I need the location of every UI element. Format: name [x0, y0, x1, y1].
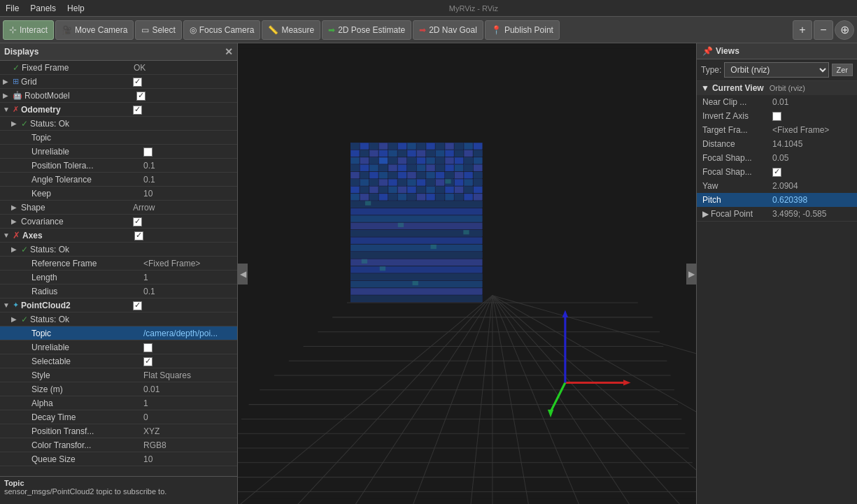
pc2-selectable-row[interactable]: Selectable [0, 354, 237, 368]
pc2-color-transform-row[interactable]: Color Transfor... RGB8 [0, 438, 237, 452]
fixed-frame-row[interactable]: ✓ Fixed Frame OK [0, 61, 237, 75]
svg-rect-132 [398, 194, 406, 200]
pc2-status-row[interactable]: ▶ ✓ Status: Ok [0, 312, 237, 326]
robotmodel-row[interactable]: ▶ 🤖 RobotModel [0, 89, 237, 103]
invert-z-checkbox[interactable] [772, 111, 851, 121]
svg-rect-76 [398, 165, 406, 171]
zoom-target-button[interactable]: ⊕ [835, 20, 854, 40]
focal-shape2-checkbox[interactable] [772, 167, 851, 177]
menu-help[interactable]: Help [67, 3, 85, 13]
odo-keep-row[interactable]: Keep 10 [0, 187, 237, 201]
grid-checkbox[interactable] [133, 76, 234, 86]
viewport[interactable]: ◀ ▶ [238, 43, 696, 504]
odometry-checkbox[interactable] [133, 104, 234, 114]
svg-rect-137 [445, 194, 453, 200]
2d-nav-button[interactable]: ➡ 2D Nav Goal [413, 20, 483, 40]
pc2-unreliable-checkbox[interactable] [143, 342, 234, 352]
interact-button[interactable]: ⊹ Interact [3, 20, 54, 40]
pointcloud2-row[interactable]: ▼ ✦ PointCloud2 [0, 298, 237, 312]
svg-rect-74 [379, 165, 388, 171]
measure-button[interactable]: 📏 Measure [262, 20, 320, 40]
axes-length-label: Length [31, 273, 143, 282]
focal-shape1-row[interactable]: Focal Shap... 0.05 [697, 151, 857, 165]
axes-error-icon: ✗ [13, 230, 20, 240]
svg-rect-31 [369, 143, 378, 149]
odo-unreliable-checkbox[interactable] [143, 146, 234, 156]
svg-rect-122 [436, 187, 444, 193]
measure-label: Measure [281, 25, 314, 35]
svg-rect-73 [369, 165, 378, 171]
distance-row[interactable]: Distance 14.1045 [697, 137, 857, 151]
odometry-status-row[interactable]: ▶ ✓ Status: Ok [0, 117, 237, 131]
svg-rect-42 [474, 143, 482, 149]
menu-panels[interactable]: Panels [30, 3, 56, 13]
svg-rect-135 [426, 194, 434, 200]
grid-row[interactable]: ▶ ⊞ Grid [0, 75, 237, 89]
axes-radius-row[interactable]: Radius 0.1 [0, 285, 237, 298]
interact-icon: ⊹ [9, 24, 17, 35]
pc2-topic-value: /camera/depth/poi... [143, 329, 234, 338]
expand-icon: ▶ [11, 315, 20, 323]
pc2-style-value: Flat Squares [143, 370, 234, 380]
zoom-minus-button[interactable]: − [814, 20, 833, 40]
pc2-queue-size-row[interactable]: Queue Size 10 [0, 452, 237, 466]
move-camera-button[interactable]: 🎥 Move Camera [55, 20, 134, 40]
left-collapse-arrow[interactable]: ◀ [238, 264, 248, 285]
right-collapse-arrow[interactable]: ▶ [686, 264, 696, 285]
pc2-topic-row[interactable]: Topic /camera/depth/poi... [0, 326, 237, 340]
svg-rect-143 [350, 215, 482, 222]
near-clip-row[interactable]: Near Clip ... 0.01 [697, 95, 857, 109]
displays-list[interactable]: ✓ Fixed Frame OK ▶ ⊞ Grid ▶ 🤖 RobotModel… [0, 61, 237, 476]
svg-rect-100 [360, 179, 369, 185]
axes-ref-frame-row[interactable]: Reference Frame <Fixed Frame> [0, 257, 237, 271]
focal-point-row[interactable]: ▶ Focal Point 3.4959; -0.585 [697, 207, 857, 221]
zoom-plus-button[interactable]: + [793, 20, 812, 40]
svg-rect-145 [350, 230, 482, 236]
pc2-unreliable-row[interactable]: Unreliable [0, 340, 237, 354]
views-zero-button[interactable]: Zer [832, 64, 854, 76]
odo-topic-row[interactable]: Topic [0, 131, 237, 145]
pc2-size-row[interactable]: Size (m) 0.01 [0, 382, 237, 396]
svg-rect-107 [426, 179, 434, 185]
menu-file[interactable]: File [6, 3, 19, 13]
odo-shape-row[interactable]: ▶ Shape Arrow [0, 201, 237, 215]
displays-close-button[interactable]: ✕ [225, 46, 233, 57]
odometry-row[interactable]: ▼ ✗ Odometry [0, 103, 237, 117]
focal-shape2-row[interactable]: Focal Shap... [697, 165, 857, 179]
focus-camera-button[interactable]: ◎ Focus Camera [183, 20, 261, 40]
svg-rect-68 [455, 157, 463, 164]
axes-status-row[interactable]: ▶ ✓ Status: Ok [0, 243, 237, 257]
svg-rect-44 [360, 150, 369, 157]
pc2-alpha-row[interactable]: Alpha 1 [0, 396, 237, 410]
robotmodel-checkbox[interactable] [136, 90, 234, 100]
axes-length-row[interactable]: Length 1 [0, 271, 237, 285]
publish-point-button[interactable]: 📍 Publish Point [485, 20, 560, 40]
pc2-unreliable-label: Unreliable [31, 343, 143, 352]
views-type-select[interactable]: Orbit (rviz) [724, 62, 828, 78]
axes-checkbox[interactable] [134, 230, 234, 240]
pitch-row[interactable]: Pitch 0.620398 [697, 193, 857, 207]
axes-row[interactable]: ▼ ✗ Axes [0, 229, 237, 243]
grid-label: Grid [21, 77, 133, 87]
pc2-selectable-checkbox[interactable] [143, 356, 234, 366]
odo-unreliable-row[interactable]: Unreliable [0, 145, 237, 159]
odo-angle-tol-row[interactable]: Angle Tolerance 0.1 [0, 173, 237, 187]
pc2-style-row[interactable]: Style Flat Squares [0, 368, 237, 382]
yaw-row[interactable]: Yaw 2.0904 [697, 179, 857, 193]
target-frame-row[interactable]: Target Fra... <Fixed Frame> [697, 123, 857, 137]
svg-rect-102 [379, 179, 388, 185]
pc2-decay-row[interactable]: Decay Time 0 [0, 410, 237, 424]
2d-pose-button[interactable]: ➡ 2D Pose Estimate [322, 20, 411, 40]
current-view-header[interactable]: ▼ Current View Orbit (rviz) [697, 81, 857, 95]
invert-z-row[interactable]: Invert Z Axis [697, 109, 857, 123]
odo-covariance-checkbox[interactable] [133, 216, 234, 226]
svg-rect-113 [350, 187, 359, 193]
svg-rect-47 [388, 150, 397, 157]
odo-covariance-row[interactable]: ▶ Covariance [0, 215, 237, 229]
pc2-pos-transform-row[interactable]: Position Transf... XYZ [0, 424, 237, 438]
interact-label: Interact [20, 25, 48, 35]
select-button[interactable]: ▭ Select [135, 20, 181, 40]
pointcloud2-checkbox[interactable] [133, 300, 234, 310]
odo-pos-tol-row[interactable]: Position Tolera... 0.1 [0, 159, 237, 173]
current-view-type: Orbit (rviz) [770, 84, 805, 92]
